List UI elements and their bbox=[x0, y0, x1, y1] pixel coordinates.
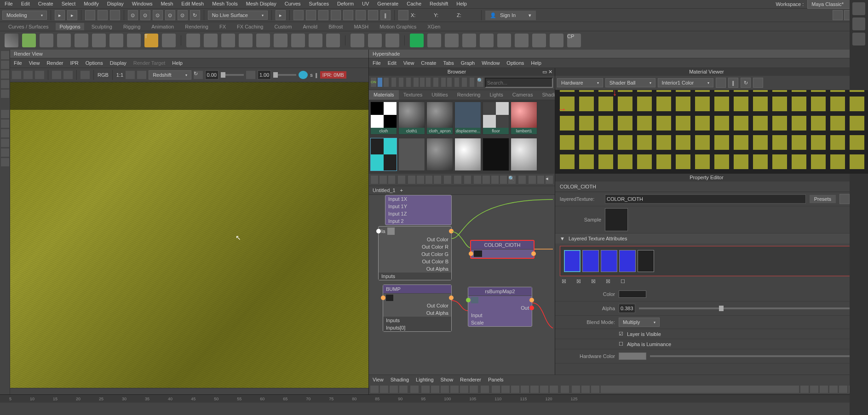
layers-icon[interactable] bbox=[852, 17, 865, 30]
rv-tool-icon[interactable] bbox=[299, 71, 308, 79]
menu-deform[interactable]: Deform bbox=[337, 1, 354, 7]
node-canvas[interactable]: Input 1X Input 1Y Input 1Z Input 2 la Ou… bbox=[369, 195, 555, 375]
rv-tool-icon[interactable] bbox=[63, 71, 73, 79]
renderer-dropdown[interactable]: Redshift bbox=[149, 70, 191, 80]
vp-tool[interactable] bbox=[591, 386, 599, 393]
exposure-value[interactable]: 0.00 bbox=[205, 70, 218, 80]
vp-menu[interactable]: Shading bbox=[391, 377, 409, 382]
rotate-tool-icon[interactable] bbox=[1, 80, 9, 88]
add-tab[interactable]: + bbox=[400, 188, 403, 193]
snap-icon[interactable]: ⊙ bbox=[128, 10, 138, 20]
pe-icon[interactable] bbox=[839, 194, 850, 204]
toggle-icon[interactable] bbox=[833, 10, 843, 20]
shelf-icon[interactable] bbox=[497, 34, 511, 47]
vp-tool[interactable] bbox=[521, 386, 529, 393]
tab-materials[interactable]: Materials bbox=[369, 90, 399, 100]
menu-surfaces[interactable]: Surfaces bbox=[309, 1, 329, 7]
shelf-icon[interactable] bbox=[239, 34, 253, 47]
node-input[interactable]: Input 1X Input 1Y Input 1Z Input 2 bbox=[385, 195, 452, 225]
pause-icon[interactable]: ‖ bbox=[315, 72, 318, 78]
shelf-tab[interactable]: Arnold bbox=[299, 23, 321, 30]
ng-tool[interactable] bbox=[434, 176, 441, 184]
timeline[interactable]: 5101520253035404550556065707580859095100… bbox=[0, 394, 868, 403]
rv-menu-render[interactable]: Render bbox=[46, 60, 63, 66]
layer-swatch[interactable] bbox=[638, 250, 654, 272]
checkbox[interactable]: ☐ bbox=[619, 341, 623, 347]
render-icon[interactable] bbox=[343, 10, 353, 20]
poly-type-icon[interactable]: T bbox=[144, 34, 158, 47]
history-icon[interactable] bbox=[306, 10, 316, 20]
menu-windows[interactable]: Windows bbox=[132, 1, 153, 7]
node-rsbump[interactable]: rsBumpMap2 Out Input Scale bbox=[468, 287, 532, 327]
tool-icon[interactable]: ▸ bbox=[276, 10, 286, 20]
shelf-icon[interactable] bbox=[410, 34, 424, 47]
live-surface-dropdown[interactable]: No Live Surface bbox=[208, 11, 268, 20]
gamma-value[interactable]: 1.00 bbox=[258, 70, 271, 80]
poly-plane-icon[interactable] bbox=[75, 34, 88, 47]
tab-utilities[interactable]: Utilities bbox=[427, 90, 452, 100]
menu-mesh-display[interactable]: Mesh Display bbox=[246, 1, 276, 7]
hs-menu[interactable]: Graph bbox=[461, 60, 475, 66]
checkbox[interactable]: ☑ bbox=[619, 331, 623, 337]
rv-menu-file[interactable]: File bbox=[14, 60, 22, 66]
ng-tool[interactable] bbox=[500, 176, 507, 184]
slider[interactable] bbox=[273, 74, 296, 76]
rv-tool-icon[interactable] bbox=[23, 71, 33, 79]
shelf-icon[interactable] bbox=[274, 34, 287, 47]
graph-tab[interactable]: Untitled_1 bbox=[373, 188, 396, 193]
history-icon[interactable] bbox=[331, 10, 341, 20]
ng-tool[interactable] bbox=[537, 176, 545, 184]
browser-tool[interactable] bbox=[462, 78, 466, 87]
material-swatch[interactable]: cloth1 bbox=[398, 102, 425, 135]
shelf-icon[interactable] bbox=[368, 34, 382, 47]
interior-dropdown[interactable]: Interior1 Color bbox=[658, 78, 714, 87]
vp-tool[interactable] bbox=[550, 386, 558, 393]
mode-dropdown[interactable]: Modeling bbox=[2, 11, 47, 20]
mv-tool[interactable] bbox=[753, 78, 763, 88]
color-swatch[interactable] bbox=[619, 290, 646, 298]
material-swatch[interactable] bbox=[426, 138, 453, 171]
layout-icon[interactable] bbox=[1, 158, 9, 166]
vp-tool[interactable] bbox=[492, 386, 500, 393]
hs-menu[interactable]: Window bbox=[482, 60, 500, 66]
shelf-tab[interactable]: Rendering bbox=[181, 23, 212, 30]
rv-tool-icon[interactable] bbox=[137, 71, 146, 79]
shelf-tab[interactable]: Curves / Surfaces bbox=[5, 23, 52, 30]
rv-tool-icon[interactable] bbox=[80, 71, 90, 79]
vp-tool[interactable] bbox=[460, 386, 468, 393]
alpha-slider[interactable] bbox=[639, 307, 850, 309]
shelf-icon[interactable] bbox=[291, 34, 305, 47]
grid-icon[interactable] bbox=[398, 10, 408, 20]
layer-swatch[interactable] bbox=[601, 250, 617, 272]
refresh-icon[interactable]: ↻ bbox=[194, 71, 203, 79]
shelf-tab[interactable]: Sculpting bbox=[88, 23, 116, 30]
history-icon[interactable] bbox=[293, 10, 304, 20]
hw-color-swatch[interactable] bbox=[619, 352, 646, 360]
snap-icon[interactable]: ↻ bbox=[190, 10, 200, 20]
poly-sphere-icon[interactable] bbox=[5, 34, 18, 47]
ng-tool[interactable] bbox=[408, 176, 415, 184]
menu-mesh[interactable]: Mesh bbox=[161, 1, 173, 7]
shelf-icon[interactable] bbox=[326, 34, 340, 47]
shelf-tab[interactable]: Rigging bbox=[120, 23, 144, 30]
poly-torus-icon[interactable] bbox=[92, 34, 106, 47]
shelf-icon[interactable] bbox=[256, 34, 270, 47]
vp-menu[interactable]: Lighting bbox=[416, 377, 434, 382]
rv-menu-ipr[interactable]: IPR bbox=[70, 60, 78, 66]
presets-button[interactable]: Presets bbox=[810, 195, 836, 203]
mv-tool[interactable] bbox=[716, 78, 726, 88]
svg-icon[interactable] bbox=[162, 34, 176, 47]
vp-tool[interactable] bbox=[380, 386, 388, 393]
rv-menu-options[interactable]: Options bbox=[86, 60, 103, 66]
paint-icon[interactable] bbox=[110, 10, 120, 20]
menu-select[interactable]: Select bbox=[62, 1, 76, 7]
ng-tool[interactable] bbox=[425, 176, 433, 184]
menu-mesh-tools[interactable]: Mesh Tools bbox=[212, 1, 237, 7]
scrollbar[interactable] bbox=[10, 388, 368, 394]
shelf-tab[interactable]: FX Caching bbox=[233, 23, 267, 30]
select-tool-icon[interactable] bbox=[1, 51, 9, 59]
layer-swatch[interactable] bbox=[564, 250, 581, 272]
ng-tool[interactable] bbox=[379, 176, 387, 184]
menu-help[interactable]: Help bbox=[456, 1, 467, 7]
panel-controls[interactable]: ▭ ✕ bbox=[542, 69, 552, 75]
